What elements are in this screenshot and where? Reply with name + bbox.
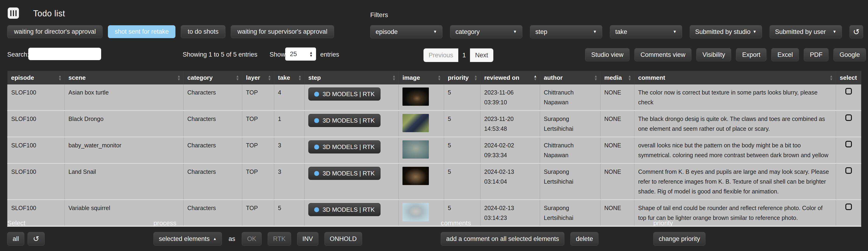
row-select-checkbox[interactable] xyxy=(845,88,852,94)
column-header-priority[interactable]: priority▲▼ xyxy=(444,71,480,84)
cell-media: NONE xyxy=(600,164,634,200)
cell-episode: SLOF100 xyxy=(7,84,65,111)
shot-thumbnail[interactable] xyxy=(402,140,429,159)
excel-button[interactable]: Excel xyxy=(771,48,799,61)
process-rtk-button[interactable]: RTK xyxy=(268,232,291,246)
studio-view-button[interactable]: Studio view xyxy=(585,48,629,61)
step-button[interactable]: 3D MODELS | RTK xyxy=(308,203,380,216)
pagination-page-1[interactable]: 1 xyxy=(458,49,470,62)
process-inv-button[interactable]: INV xyxy=(297,232,318,246)
chevron-down-icon: ▼ xyxy=(673,29,677,34)
column-header-label: priority xyxy=(448,74,469,81)
cell-priority: 5 xyxy=(444,84,480,111)
google-button[interactable]: Google xyxy=(833,48,866,61)
column-header-label: reviewed on xyxy=(484,74,519,81)
entries-per-page-spinner[interactable]: 25 ▲▼ xyxy=(285,48,316,61)
cell-image xyxy=(399,200,444,226)
process-ok-button[interactable]: OK xyxy=(242,232,261,246)
take-filter-dropdown[interactable]: take▼ xyxy=(610,25,682,38)
sort-arrows-icon: ▲▼ xyxy=(236,75,239,81)
column-header-reviewed-on[interactable]: reviewed on▲▼ xyxy=(480,71,540,84)
step-button-label: 3D MODELS | RTK xyxy=(322,117,375,124)
pdf-button[interactable]: PDF xyxy=(804,48,829,61)
step-button[interactable]: 3D MODELS | RTK xyxy=(308,114,380,127)
footer-priority-group: priority change priority xyxy=(653,219,706,246)
status-tab-waiting-for-supervisor-s-approval[interactable]: waiting for supervisor's approval xyxy=(231,25,334,38)
step-filter-dropdown[interactable]: step▼ xyxy=(530,25,602,38)
cell-comment: overall looks nice but the pattern on th… xyxy=(634,137,836,164)
cell-image xyxy=(399,137,444,164)
row-select-checkbox[interactable] xyxy=(845,203,852,210)
shot-thumbnail[interactable] xyxy=(402,203,429,221)
column-header-label: scene xyxy=(68,74,86,81)
cell-author: Surapong Lertsihichai xyxy=(540,164,600,200)
delete-comment-button[interactable]: delete xyxy=(570,232,598,246)
cell-scene: Asian box turtle xyxy=(65,84,184,111)
column-header-layer[interactable]: layer▲▼ xyxy=(242,71,274,84)
chevron-down-icon: ▼ xyxy=(513,29,517,34)
step-button[interactable]: 3D MODELS | RTK xyxy=(308,167,380,180)
status-tab-waiting-for-director-s-approval[interactable]: waiting for director's approval xyxy=(7,25,102,38)
status-tab-shot-sent-for-retake[interactable]: shot sent for retake xyxy=(108,25,176,38)
column-header-author[interactable]: author▲▼ xyxy=(540,71,600,84)
visibility-button[interactable]: Visibility xyxy=(696,48,731,61)
table-row: SLOF100Asian box turtleCharactersTOP43D … xyxy=(7,84,861,111)
step-button[interactable]: 3D MODELS | RTK xyxy=(308,140,380,154)
undo-refresh-icon: ↺ xyxy=(33,234,39,243)
refresh-filters-button[interactable]: ↺ xyxy=(849,25,863,38)
column-header-episode[interactable]: episode▲▼ xyxy=(7,71,65,84)
shot-thumbnail[interactable] xyxy=(402,87,429,106)
column-header-comment[interactable]: comment▲▼ xyxy=(634,71,836,84)
step-button[interactable]: 3D MODELS | RTK xyxy=(308,87,380,101)
submitted-by-user-filter-dropdown[interactable]: Submitted by user▼ xyxy=(770,25,842,38)
column-header-category[interactable]: category▲▼ xyxy=(184,71,242,84)
status-dot-icon xyxy=(314,171,319,176)
pagination-previous-button[interactable]: Previous xyxy=(424,49,458,62)
status-tab-to-do-shots[interactable]: to do shots xyxy=(181,25,225,38)
step-filter-value: step xyxy=(535,28,547,35)
add-comment-button[interactable]: add a comment on all selected elements xyxy=(441,232,564,246)
sort-arrows-icon: ▲▼ xyxy=(268,75,271,81)
shot-thumbnail[interactable] xyxy=(402,114,429,132)
column-header-take[interactable]: take▲▼ xyxy=(274,71,305,84)
process-actions: OKRTKINVONHOLD xyxy=(242,232,362,246)
column-header-label: media xyxy=(604,74,622,81)
column-header-image[interactable]: image▲▼ xyxy=(399,71,444,84)
change-priority-button[interactable]: change priority xyxy=(653,232,706,246)
column-header-scene[interactable]: scene▲▼ xyxy=(65,71,184,84)
cell-reviewed-on: 2023-11-20 14:53:48 xyxy=(480,111,540,137)
row-select-checkbox[interactable] xyxy=(845,114,852,121)
cell-category: Characters xyxy=(184,164,242,200)
footer-process-group: process selected elements ▲ as OKRTKINVO… xyxy=(153,219,362,246)
cell-take: 1 xyxy=(274,111,305,137)
cell-comment: Comment from K. B eyes and pupils are la… xyxy=(634,164,836,200)
episode-filter-dropdown[interactable]: episode▼ xyxy=(370,25,442,38)
row-select-checkbox[interactable] xyxy=(845,141,852,147)
spinner-arrows-icon[interactable]: ▲▼ xyxy=(309,51,313,57)
shot-thumbnail[interactable] xyxy=(402,167,429,185)
sort-arrows-icon: ▲▼ xyxy=(392,75,396,81)
menu-toggle-button[interactable] xyxy=(8,7,19,19)
search-input[interactable] xyxy=(28,48,101,60)
sort-arrows-icon: ▲▼ xyxy=(628,75,631,81)
row-select-checkbox[interactable] xyxy=(845,167,852,174)
cell-image xyxy=(399,164,444,200)
category-filter-dropdown[interactable]: category▼ xyxy=(450,25,522,38)
column-header-select[interactable]: select xyxy=(836,71,861,84)
select-all-button[interactable]: all xyxy=(7,232,24,246)
process-onhold-button[interactable]: ONHOLD xyxy=(324,232,362,246)
column-header-media[interactable]: media▲▼ xyxy=(600,71,634,84)
comments-view-button[interactable]: Comments view xyxy=(634,48,691,61)
column-header-step[interactable]: step▲▼ xyxy=(305,71,399,84)
submitted-by-studio-filter-dropdown[interactable]: Submitted by studio▼ xyxy=(690,25,762,38)
chevron-down-icon: ▼ xyxy=(833,29,836,34)
table-row: SLOF100Black DrongoCharactersTOP13D MODE… xyxy=(7,111,861,137)
show-label: Show xyxy=(270,51,285,58)
pagination-next-button[interactable]: Next xyxy=(470,49,493,62)
export-button[interactable]: Export xyxy=(736,48,766,61)
cell-select xyxy=(836,200,861,226)
reset-selection-button[interactable]: ↺ xyxy=(28,232,44,246)
cell-layer: TOP xyxy=(242,137,274,164)
cell-comment: The color now is correct but texture in … xyxy=(634,84,836,111)
selected-elements-dropdown[interactable]: selected elements ▲ xyxy=(153,232,222,246)
